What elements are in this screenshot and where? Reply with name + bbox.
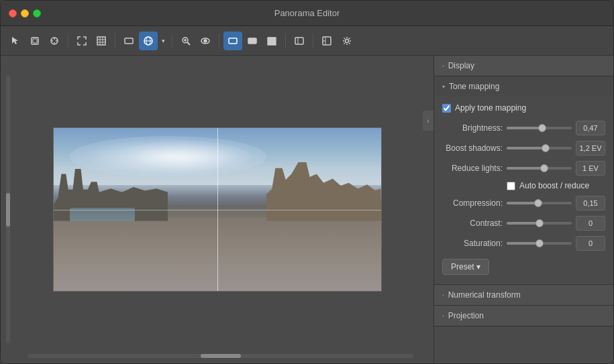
view3-icon: [266, 36, 277, 46]
reduce-lights-slider[interactable]: [507, 167, 572, 170]
contrast-thumb[interactable]: [535, 219, 544, 227]
toolbar-group-tools: [6, 32, 64, 50]
auto-boost-checkbox[interactable]: [507, 182, 515, 190]
contrast-slider[interactable]: [507, 222, 572, 225]
reduce-lights-row: Reduce lights: 1 EV: [442, 161, 605, 176]
straighten-icon: [49, 36, 60, 46]
svg-point-21: [204, 40, 207, 42]
contrast-row: Contrast: 0: [442, 216, 605, 231]
tool-straighten[interactable]: [45, 32, 64, 50]
tool-crop[interactable]: [25, 32, 44, 50]
grid-icon: [96, 36, 107, 46]
saturation-fill: [507, 242, 540, 245]
sep4: [219, 34, 219, 48]
brightness-label: Brightness:: [442, 123, 503, 133]
svg-point-32: [346, 39, 349, 42]
minimize-button[interactable]: [21, 9, 29, 17]
wrap-icon: [294, 36, 305, 46]
horizontal-scrollbar[interactable]: [28, 354, 413, 358]
window-title: Panorama Editor: [274, 8, 340, 18]
boost-shadows-value[interactable]: 1,2 EV: [576, 141, 605, 156]
tool-pointer[interactable]: [6, 32, 25, 50]
right-panel: › Display ▾ Tone mapping Apply tone mapp…: [433, 56, 613, 363]
close-button[interactable]: [9, 9, 17, 17]
projection-header[interactable]: › Projection: [434, 306, 613, 326]
tool-settings[interactable]: [338, 32, 356, 50]
preset-button[interactable]: Preset ▾: [442, 259, 489, 275]
numerical-transform-arrow: ›: [442, 292, 444, 298]
compression-label: Compression:: [442, 198, 503, 208]
brightness-fill: [507, 127, 542, 129]
compression-value[interactable]: 0,15: [576, 196, 605, 210]
tool-zoom[interactable]: [176, 32, 195, 50]
svg-line-17: [187, 42, 190, 45]
boost-shadows-slider[interactable]: [507, 147, 572, 149]
tool-export[interactable]: [317, 32, 336, 50]
sep1: [68, 34, 68, 48]
pointer-icon: [10, 36, 21, 46]
saturation-value[interactable]: 0: [576, 236, 605, 251]
panorama-container[interactable]: [53, 127, 382, 292]
brightness-value[interactable]: 0,47: [576, 121, 605, 135]
contrast-value[interactable]: 0: [576, 216, 605, 231]
tool-eye[interactable]: [196, 32, 215, 50]
panel-collapse-button[interactable]: ›: [423, 111, 433, 131]
auto-boost-label: Auto boost / reduce: [519, 181, 589, 190]
reduce-lights-label: Reduce lights:: [442, 164, 503, 173]
tool-view1[interactable]: [223, 32, 242, 50]
boost-shadows-row: Boost shadows: 1,2 EV: [442, 141, 605, 156]
toolbar-group-display: [223, 32, 281, 50]
saturation-slider[interactable]: [507, 242, 572, 245]
svg-rect-12: [125, 38, 133, 44]
reduce-lights-value[interactable]: 1 EV: [576, 161, 605, 176]
apply-tone-mapping-label: Apply tone mapping: [455, 103, 526, 113]
h-scrollbar-thumb[interactable]: [201, 354, 241, 358]
projection-arrow: ›: [442, 313, 444, 319]
tool-view2[interactable]: [243, 32, 262, 50]
toolbar-group-zoom: [176, 32, 215, 50]
boost-shadows-thumb[interactable]: [542, 144, 550, 152]
sep3: [172, 34, 172, 48]
saturation-row: Saturation: 0: [442, 236, 605, 251]
display-section: › Display: [434, 56, 613, 76]
crop-icon: [30, 36, 40, 46]
tool-globe[interactable]: [139, 32, 158, 50]
svg-rect-1: [33, 39, 37, 43]
reduce-lights-fill: [507, 167, 544, 170]
view1-icon: [227, 36, 238, 46]
tone-mapping-label: Tone mapping: [449, 82, 499, 91]
svg-rect-23: [248, 38, 256, 44]
tool-grid[interactable]: [92, 32, 111, 50]
vertical-scrollbar[interactable]: [6, 76, 10, 343]
brightness-thumb[interactable]: [538, 124, 546, 132]
tool-globe-dropdown[interactable]: ▾: [158, 32, 168, 50]
boost-shadows-fill: [507, 147, 546, 149]
tool-rect[interactable]: [119, 32, 138, 50]
compression-slider[interactable]: [507, 202, 572, 204]
sep6: [313, 34, 313, 48]
compression-thumb[interactable]: [534, 199, 542, 207]
v-scrollbar-thumb[interactable]: [6, 193, 10, 227]
apply-tone-mapping-row: Apply tone mapping: [442, 103, 605, 113]
tool-view3[interactable]: [262, 32, 281, 50]
apply-tone-mapping-checkbox[interactable]: [442, 104, 451, 113]
tool-wrap[interactable]: [290, 32, 309, 50]
svg-rect-11: [97, 37, 105, 45]
tone-mapping-content: Apply tone mapping Brightness: 0,47 Boos: [434, 97, 613, 284]
svg-rect-24: [268, 38, 276, 40]
brightness-slider[interactable]: [507, 127, 572, 129]
collapse-icon: ›: [427, 117, 429, 125]
saturation-thumb[interactable]: [535, 239, 544, 247]
tool-fit[interactable]: [72, 32, 91, 50]
svg-rect-26: [268, 43, 276, 45]
toolbar-group-shape: ▾: [119, 32, 168, 50]
numerical-transform-section: › Numerical transform: [434, 285, 613, 306]
display-section-header[interactable]: › Display: [434, 56, 613, 76]
canvas-area[interactable]: [1, 56, 433, 363]
svg-rect-27: [295, 38, 303, 44]
maximize-button[interactable]: [33, 9, 41, 17]
reduce-lights-thumb[interactable]: [540, 164, 548, 172]
tone-mapping-header[interactable]: ▾ Tone mapping: [434, 76, 613, 97]
numerical-transform-header[interactable]: › Numerical transform: [434, 285, 613, 305]
svg-rect-25: [268, 40, 276, 42]
